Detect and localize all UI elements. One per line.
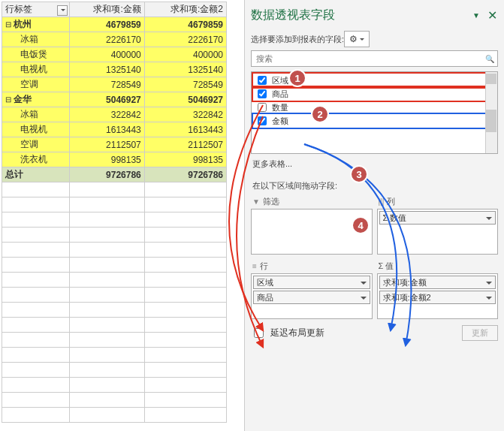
search-input[interactable]: 🔍 (251, 50, 498, 67)
header-sum1[interactable]: 求和项:金额 (69, 2, 144, 17)
columns-icon: ||| (379, 197, 385, 206)
header-sum2[interactable]: 求和项:金额2 (144, 2, 226, 17)
table-row[interactable]: 电视机 (2, 122, 70, 137)
table-row[interactable]: 电视机 (2, 62, 70, 77)
badge-2: 2 (311, 105, 329, 123)
badge-3: 3 (350, 165, 368, 183)
update-button[interactable]: 更新 (462, 325, 498, 341)
badge-1: 1 (288, 69, 306, 87)
field-product[interactable]: 商品 (253, 87, 496, 101)
zone-item-sum1[interactable]: 求和项:金额 (379, 276, 496, 289)
rows-icon: ≡ (252, 262, 257, 270)
field-list[interactable]: 区域 商品 数量 金额 (251, 71, 498, 154)
total-row: 总计 (2, 167, 70, 182)
zone-values[interactable]: Σ 值 求和项:金额 求和项:金额2 (377, 259, 499, 319)
defer-label: 延迟布局更新 (270, 327, 324, 339)
search-icon[interactable]: 🔍 (485, 55, 494, 63)
more-tables[interactable]: 更多表格... (251, 154, 498, 174)
table-row[interactable]: 空调 (2, 77, 70, 92)
zone-rows[interactable]: ≡行 区域 商品 (251, 259, 373, 319)
pivot-table[interactable]: 行标签 求和项:金额 求和项:金额2 杭州46798594679859 冰箱22… (2, 2, 227, 423)
pane-subtitle: 选择要添加到报表的字段: (251, 34, 344, 45)
field-amount[interactable]: 金额 (253, 114, 496, 128)
close-icon[interactable]: ✕ (487, 8, 498, 23)
group-jinhua[interactable]: 金华 (2, 92, 70, 107)
header-rowlabels[interactable]: 行标签 (2, 2, 70, 17)
zone-item-region[interactable]: 区域 (253, 276, 370, 289)
badge-4: 4 (352, 216, 370, 234)
zone-item-sum2[interactable]: 求和项:金额2 (379, 291, 496, 304)
table-row[interactable]: 洗衣机 (2, 152, 70, 167)
pane-title: 数据透视表字段 (251, 8, 335, 23)
chevron-down-icon[interactable]: ▼ (472, 11, 480, 20)
table-row[interactable]: 电饭煲 (2, 47, 70, 62)
zone-item[interactable]: Σ 数值 (379, 211, 496, 225)
gear-icon[interactable]: ⚙ (344, 31, 370, 47)
zone-item-product[interactable]: 商品 (253, 291, 370, 304)
drag-title: 在以下区域间拖动字段: (251, 174, 498, 194)
field-qty[interactable]: 数量 (253, 101, 496, 114)
field-pane: 数据透视表字段 ▼ ✕ 选择要添加到报表的字段: ⚙ 🔍 区域 商品 数量 金额… (244, 0, 504, 431)
zone-columns[interactable]: |||列 Σ 数值 (377, 194, 499, 255)
scrollbar[interactable] (485, 72, 497, 153)
group-hangzhou[interactable]: 杭州 (2, 17, 70, 32)
table-row[interactable]: 空调 (2, 137, 70, 152)
filter-icon: ▼ (252, 197, 260, 206)
defer-checkbox[interactable] (254, 328, 264, 338)
table-row[interactable]: 冰箱 (2, 32, 70, 47)
table-row[interactable]: 冰箱 (2, 107, 70, 122)
